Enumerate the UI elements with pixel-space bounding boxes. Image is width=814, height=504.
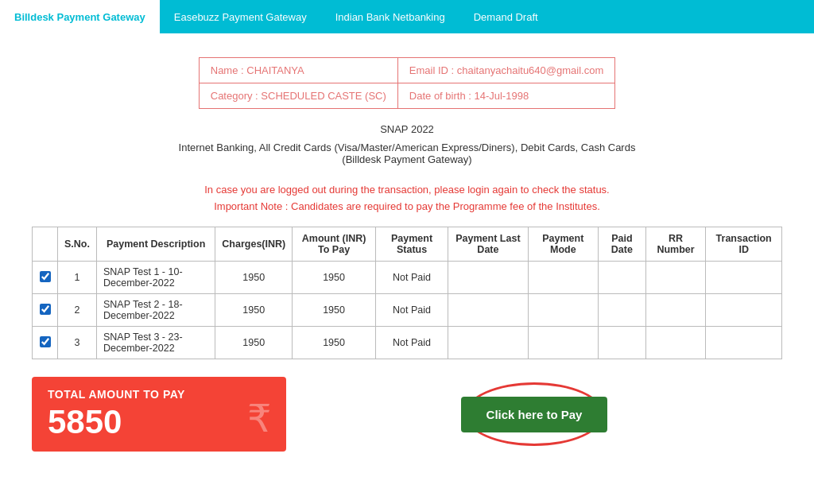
row-last-date [448, 327, 529, 359]
row-amount: 1950 [293, 262, 376, 294]
row-mode [528, 294, 598, 327]
row-paid-date [598, 294, 645, 327]
row-paid-date [598, 262, 645, 294]
col-rr: RR Number [645, 227, 706, 262]
nav-billdesk[interactable]: Billdesk Payment Gateway [0, 0, 160, 33]
row-desc: SNAP Test 3 - 23-December-2022 [96, 327, 215, 359]
row-status: Not Paid [375, 262, 448, 294]
col-mode: Payment Mode [528, 227, 598, 262]
warning2: Important Note : Candidates are required… [32, 200, 782, 212]
total-value: 5850 [48, 404, 122, 440]
user-email: Email ID : chaitanyachaitu640@gmail.com [397, 58, 614, 83]
nav-indian-bank[interactable]: Indian Bank Netbanking [321, 0, 459, 33]
row-charges: 1950 [215, 327, 293, 359]
table-row: 3SNAP Test 3 - 23-December-202219501950N… [33, 327, 782, 359]
row-checkbox-cell [33, 294, 58, 327]
main-content: Name : CHAITANYA Email ID : chaitanyacha… [0, 33, 814, 467]
row-charges: 1950 [215, 262, 293, 294]
row-mode [528, 327, 598, 359]
payment-section: S.No. Payment Description Charges(INR) A… [32, 227, 782, 359]
col-status: Payment Status [375, 227, 448, 262]
pay-button-area: Click here to Pay [286, 397, 782, 432]
pay-button[interactable]: Click here to Pay [461, 397, 608, 432]
rupee-icon: ₹ [247, 396, 272, 440]
col-amount: Amount (INR) To Pay [293, 227, 376, 262]
col-charges: Charges(INR) [215, 227, 293, 262]
row-sno: 1 [58, 262, 97, 294]
payment-methods: Internet Banking, All Credit Cards (Visa… [32, 142, 782, 165]
row-desc: SNAP Test 2 - 18-December-2022 [96, 294, 215, 327]
row-desc: SNAP Test 1 - 10-December-2022 [96, 262, 215, 294]
user-dob: Date of birth : 14-Jul-1998 [397, 83, 614, 109]
row-rr [645, 294, 706, 327]
col-checkbox [33, 227, 58, 262]
row-checkbox-cell [33, 327, 58, 359]
top-nav: Billdesk Payment Gateway Easebuzz Paymen… [0, 0, 814, 33]
row-amount: 1950 [293, 294, 376, 327]
user-category: Category : SCHEDULED CASTE (SC) [199, 83, 397, 109]
col-transaction: Transaction ID [706, 227, 782, 262]
row-status: Not Paid [375, 327, 448, 359]
row-mode [528, 262, 598, 294]
row-last-date [448, 294, 529, 327]
row-charges: 1950 [215, 294, 293, 327]
payment-table: S.No. Payment Description Charges(INR) A… [32, 227, 782, 359]
row-status: Not Paid [375, 294, 448, 327]
nav-easebuzz[interactable]: Easebuzz Payment Gateway [160, 0, 321, 33]
col-desc: Payment Description [96, 227, 215, 262]
user-info-table: Name : CHAITANYA Email ID : chaitanyacha… [199, 57, 615, 109]
row-checkbox[interactable] [40, 336, 51, 347]
row-rr [645, 327, 706, 359]
exam-title: SNAP 2022 [32, 123, 782, 135]
total-amount-box: TOTAL AMOUNT TO PAY 5850 ₹ [32, 377, 286, 452]
row-checkbox[interactable] [40, 304, 51, 315]
row-sno: 2 [58, 294, 97, 327]
col-last-date: Payment Last Date [448, 227, 529, 262]
row-checkbox-cell [33, 262, 58, 294]
warning1: In case you are logged out during the tr… [32, 184, 782, 196]
table-row: 1SNAP Test 1 - 10-December-202219501950N… [33, 262, 782, 294]
nav-demand-draft[interactable]: Demand Draft [459, 0, 552, 33]
row-transaction [706, 294, 782, 327]
row-amount: 1950 [293, 327, 376, 359]
total-label: TOTAL AMOUNT TO PAY [48, 388, 185, 401]
row-last-date [448, 262, 529, 294]
row-rr [645, 262, 706, 294]
col-sno: S.No. [58, 227, 97, 262]
user-name: Name : CHAITANYA [199, 58, 397, 83]
table-row: 2SNAP Test 2 - 18-December-202219501950N… [33, 294, 782, 327]
row-checkbox[interactable] [40, 271, 51, 282]
row-transaction [706, 262, 782, 294]
row-paid-date [598, 327, 645, 359]
col-paid-date: Paid Date [598, 227, 645, 262]
bottom-bar: TOTAL AMOUNT TO PAY 5850 ₹ Click here to… [32, 377, 782, 452]
row-sno: 3 [58, 327, 97, 359]
row-transaction [706, 327, 782, 359]
